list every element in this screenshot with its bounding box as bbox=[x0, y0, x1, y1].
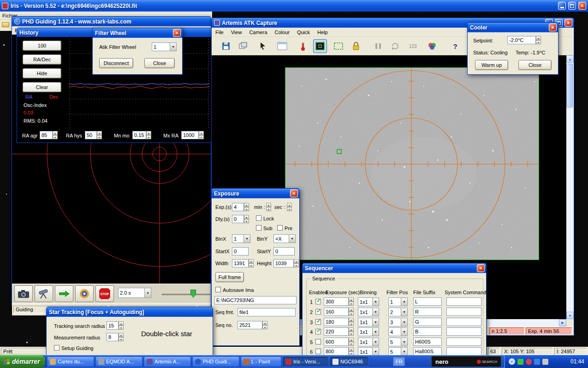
seq-enabled-checkbox[interactable] bbox=[315, 299, 321, 304]
seq-filter-select[interactable]: 4 bbox=[388, 327, 408, 336]
tray-icon-blue[interactable] bbox=[534, 359, 540, 365]
chevron-down-icon[interactable] bbox=[372, 328, 379, 336]
seq-enabled-checkbox[interactable] bbox=[315, 319, 321, 325]
seq-filter-select[interactable]: 3 bbox=[388, 318, 408, 326]
seq-suffix-field[interactable]: H600S bbox=[413, 338, 442, 346]
warm-up-button[interactable]: Warm up bbox=[475, 60, 508, 70]
full-frame-view-button[interactable] bbox=[313, 39, 327, 53]
cooler-close-action-button[interactable]: Close bbox=[518, 60, 552, 70]
biny-select[interactable]: =X bbox=[273, 234, 296, 243]
height-field[interactable]: 1039 bbox=[273, 259, 294, 267]
cooler-titlebar[interactable]: Cooler × bbox=[467, 22, 558, 32]
seq-suffix-field[interactable]: Ha800S bbox=[413, 347, 442, 356]
seq-suffix-field[interactable]: B bbox=[413, 327, 442, 336]
pre-checkbox[interactable] bbox=[277, 225, 283, 231]
seq-binning-select[interactable]: 1x1 bbox=[358, 327, 379, 336]
tray-collapse-icon[interactable]: « bbox=[509, 358, 515, 365]
lock-button[interactable] bbox=[349, 39, 363, 53]
tracking-search-radius-field[interactable]: 15 bbox=[107, 321, 119, 330]
lock-checkbox[interactable] bbox=[256, 215, 261, 221]
menu-camera[interactable]: Camera bbox=[249, 30, 267, 35]
filter-wheel-select[interactable]: 1 bbox=[152, 42, 177, 51]
seq-command-field[interactable] bbox=[446, 297, 481, 306]
measurement-radius-spinner[interactable] bbox=[119, 333, 124, 341]
pause-button[interactable] bbox=[371, 39, 385, 53]
taskbar-item-iris[interactable]: Iris - Versi... bbox=[283, 356, 328, 367]
filter-wheel-close-action-button[interactable]: Close bbox=[144, 58, 175, 68]
taskbar-item-artemis[interactable]: Artemis A... bbox=[144, 356, 191, 367]
chevron-down-icon[interactable] bbox=[170, 43, 176, 51]
taskbar-item-eqmod[interactable]: EQMOD A... bbox=[95, 356, 143, 367]
seq-command-field[interactable] bbox=[446, 347, 481, 356]
seq-command-field[interactable] bbox=[446, 327, 481, 336]
chevron-down-icon[interactable] bbox=[372, 298, 379, 306]
chevron-down-icon[interactable] bbox=[401, 348, 407, 356]
tray-icon-green[interactable] bbox=[517, 359, 523, 365]
cooler-close-button[interactable]: × bbox=[549, 24, 557, 31]
mx-ra-field[interactable]: 1000 bbox=[181, 131, 199, 139]
seq-binning-select[interactable]: 1x1 bbox=[358, 308, 379, 316]
seq-exposure-field[interactable]: 300 bbox=[324, 297, 349, 306]
seq-filter-select[interactable]: 1 bbox=[388, 297, 408, 306]
temperature-button[interactable] bbox=[296, 39, 310, 53]
exp-spinner[interactable] bbox=[244, 203, 249, 211]
iris-restore-button[interactable] bbox=[568, 2, 576, 10]
slider-handle[interactable] bbox=[190, 290, 196, 298]
chevron-down-icon[interactable] bbox=[372, 308, 379, 316]
seq-command-field[interactable] bbox=[446, 338, 481, 346]
filter-wheel-close-button[interactable]: × bbox=[173, 29, 181, 37]
autosave-checkbox[interactable] bbox=[215, 287, 221, 292]
menu-view[interactable]: View bbox=[231, 30, 242, 35]
seq-no-field[interactable]: 2521 bbox=[238, 321, 262, 329]
filter-wheel-titlebar[interactable]: Filter Wheel × bbox=[92, 28, 183, 38]
chevron-down-icon[interactable] bbox=[372, 348, 379, 356]
scroll-right-arrow[interactable]: ▶ bbox=[559, 319, 566, 326]
seq-exposure-field[interactable]: 160 bbox=[324, 308, 349, 316]
start-button[interactable]: démarrer bbox=[0, 355, 45, 368]
history-hide-button[interactable]: Hide bbox=[23, 68, 61, 78]
vertical-scrollbar[interactable]: ▲ ▼ bbox=[566, 55, 574, 319]
seq-exposure-field[interactable]: 600 bbox=[324, 338, 349, 346]
iris-close-button[interactable]: × bbox=[578, 2, 586, 10]
menu-help[interactable]: Help bbox=[317, 30, 328, 35]
star-tracking-titlebar[interactable]: Star Tracking [Focus + Autoguiding] bbox=[46, 307, 213, 317]
fps-counter-button[interactable]: 123 bbox=[407, 39, 421, 53]
loop-exposures-button[interactable] bbox=[55, 285, 73, 302]
measurement-radius-field[interactable]: 8 bbox=[107, 333, 119, 341]
iris-minimize-button[interactable] bbox=[558, 2, 566, 10]
seq-filter-select[interactable]: 2 bbox=[388, 308, 408, 316]
display-panel-button[interactable] bbox=[275, 39, 289, 53]
exposure-titlebar[interactable]: Exposure × bbox=[211, 188, 300, 198]
history-radec-button[interactable]: RA/Dec bbox=[23, 54, 61, 65]
seq-no-spinner[interactable] bbox=[262, 321, 267, 329]
chevron-down-icon[interactable] bbox=[401, 328, 407, 336]
chevron-down-icon[interactable] bbox=[401, 308, 407, 316]
chevron-down-icon[interactable] bbox=[372, 338, 379, 346]
seq-exposure-spinner[interactable] bbox=[349, 297, 354, 306]
save-image-button[interactable] bbox=[219, 39, 233, 53]
chevron-down-icon[interactable] bbox=[401, 318, 407, 326]
exposure-close-button[interactable]: × bbox=[290, 190, 298, 197]
chevron-down-icon[interactable] bbox=[289, 235, 295, 243]
scroll-up-arrow[interactable]: ▲ bbox=[566, 55, 574, 63]
sequencer-titlebar[interactable]: Sequencer × bbox=[302, 263, 487, 273]
seq-filter-select[interactable]: 5 bbox=[388, 338, 408, 346]
taskbar-item-cartes[interactable]: Cartes du... bbox=[47, 356, 94, 367]
min-spinner[interactable] bbox=[266, 203, 271, 211]
seq-exposure-field[interactable]: 220 bbox=[324, 327, 349, 336]
ra-hys-spinner[interactable] bbox=[97, 131, 102, 139]
ra-agr-spinner[interactable] bbox=[53, 131, 58, 139]
scroll-down-arrow[interactable]: ▼ bbox=[566, 312, 574, 319]
history-100-button[interactable]: 100 bbox=[23, 41, 61, 51]
dly-spinner[interactable] bbox=[244, 215, 249, 223]
mx-ra-spinner[interactable] bbox=[199, 131, 204, 139]
exp-field[interactable]: 4 bbox=[232, 203, 244, 211]
telescope-connect-button[interactable] bbox=[35, 285, 53, 302]
open-folder-icon[interactable] bbox=[2, 22, 9, 27]
multi-exposure-button[interactable] bbox=[236, 39, 250, 53]
seq-exposure-spinner[interactable] bbox=[349, 327, 354, 336]
seq-suffix-field[interactable]: L bbox=[413, 297, 442, 306]
seq-binning-select[interactable]: 1x1 bbox=[358, 318, 379, 326]
seq-enabled-checkbox[interactable] bbox=[315, 349, 321, 354]
seq-enabled-checkbox[interactable] bbox=[315, 329, 321, 334]
